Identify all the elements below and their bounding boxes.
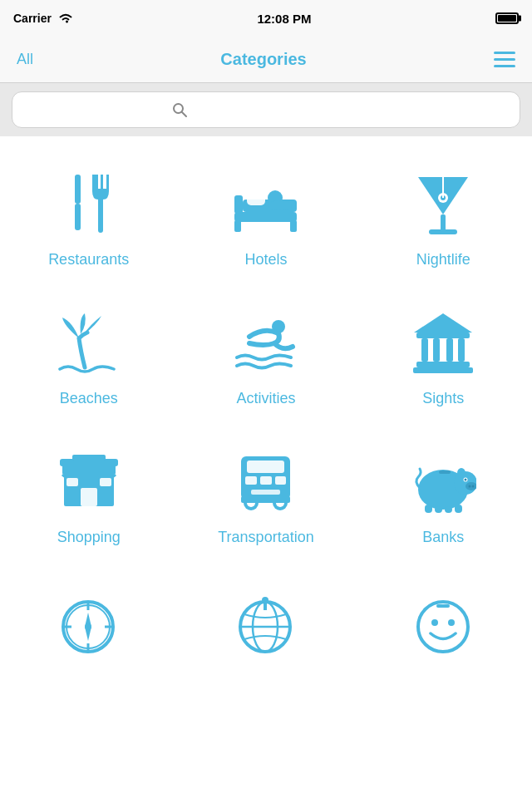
svg-point-51	[457, 468, 466, 478]
compass-icon	[57, 596, 120, 658]
svg-point-70	[418, 602, 468, 652]
svg-rect-23	[458, 338, 465, 362]
category-item-hotels[interactable]: Hotels	[177, 150, 354, 288]
battery-icon	[495, 12, 519, 24]
svg-rect-9	[247, 195, 265, 205]
svg-point-50	[465, 479, 467, 481]
svg-rect-53	[425, 505, 432, 513]
category-item-banks[interactable]: Banks	[355, 427, 532, 566]
category-label-hotels: Hotels	[244, 251, 287, 268]
status-time: 12:08 PM	[257, 12, 311, 26]
cocktail-icon	[406, 166, 480, 241]
nav-bar: All Categories	[0, 37, 532, 83]
svg-rect-34	[247, 461, 284, 473]
svg-rect-4	[234, 212, 297, 222]
category-item-transportation[interactable]: Transportation	[177, 427, 354, 566]
category-item-sights[interactable]: Sights	[355, 288, 532, 427]
wifi-icon	[58, 12, 73, 24]
swimming-icon	[229, 305, 303, 380]
svg-point-48	[472, 485, 475, 488]
svg-rect-19	[416, 332, 470, 338]
nav-menu-button[interactable]	[494, 52, 515, 67]
nav-title: Categories	[220, 50, 306, 69]
svg-line-1	[182, 112, 186, 116]
svg-point-47	[469, 485, 471, 488]
svg-rect-21	[433, 338, 440, 362]
svg-rect-13	[429, 229, 457, 234]
svg-rect-43	[241, 496, 290, 503]
svg-point-64	[85, 623, 91, 630]
svg-rect-56	[455, 505, 462, 513]
svg-point-68	[262, 597, 268, 603]
status-bar: Carrier 12:08 PM	[0, 0, 532, 37]
fork-knife-icon	[52, 166, 126, 241]
svg-rect-5	[234, 220, 241, 232]
svg-rect-36	[260, 476, 272, 485]
svg-rect-30	[100, 478, 111, 486]
search-input[interactable]	[195, 102, 361, 117]
category-item-restaurants[interactable]: Restaurants	[0, 150, 177, 288]
category-label-sights: Sights	[422, 390, 464, 407]
svg-rect-29	[66, 478, 78, 486]
svg-rect-69	[264, 603, 267, 610]
svg-rect-38	[251, 490, 280, 495]
bank-icon	[406, 305, 480, 380]
search-icon	[171, 101, 188, 118]
partial-item-compass[interactable]	[0, 588, 177, 667]
smile-icon	[412, 596, 475, 658]
svg-rect-6	[290, 220, 297, 232]
bed-icon	[229, 166, 303, 241]
svg-rect-52	[439, 470, 451, 474]
category-item-beaches[interactable]: Beaches	[0, 288, 177, 427]
menu-line-3	[494, 65, 515, 67]
svg-rect-20	[421, 338, 428, 362]
svg-rect-24	[416, 362, 470, 367]
shop-icon	[52, 444, 126, 519]
search-bar-wrapper	[0, 83, 532, 136]
menu-line-1	[494, 52, 515, 54]
partial-bottom-row	[0, 579, 532, 667]
svg-rect-7	[234, 195, 243, 214]
svg-rect-54	[435, 506, 442, 513]
category-label-transportation: Transportation	[218, 529, 313, 546]
category-item-nightlife[interactable]: Nightlife	[355, 150, 532, 288]
categories-grid: Restaurants Hotels	[0, 136, 532, 579]
svg-point-73	[448, 619, 455, 626]
beach-icon	[52, 305, 126, 380]
category-label-shopping: Shopping	[57, 529, 121, 546]
nav-all-button[interactable]: All	[17, 51, 33, 68]
search-bar[interactable]	[12, 91, 520, 128]
carrier-label: Carrier	[13, 12, 52, 25]
partial-item-smiley[interactable]	[355, 588, 532, 667]
svg-point-11	[268, 200, 292, 210]
svg-rect-3	[75, 204, 81, 230]
category-label-banks: Banks	[422, 529, 464, 546]
svg-rect-55	[445, 506, 452, 513]
svg-rect-35	[245, 476, 257, 485]
status-left: Carrier	[13, 12, 73, 25]
svg-rect-37	[275, 476, 286, 485]
svg-rect-22	[446, 338, 453, 362]
partial-item-globe[interactable]	[177, 588, 354, 667]
category-item-activities[interactable]: Activities	[177, 288, 354, 427]
svg-rect-25	[413, 367, 473, 373]
menu-line-2	[494, 58, 515, 61]
piggy-icon	[406, 444, 480, 519]
globe-icon	[234, 596, 297, 658]
svg-marker-18	[414, 313, 472, 332]
svg-rect-2	[75, 175, 81, 204]
category-item-shopping[interactable]: Shopping	[0, 427, 177, 566]
category-label-activities: Activities	[236, 390, 295, 407]
svg-rect-71	[436, 604, 450, 608]
category-label-restaurants: Restaurants	[48, 251, 129, 268]
svg-rect-32	[72, 455, 106, 461]
category-label-beaches: Beaches	[60, 390, 118, 407]
status-right	[495, 12, 519, 24]
svg-point-72	[431, 619, 438, 626]
svg-rect-28	[81, 488, 97, 506]
bus-icon	[229, 444, 303, 519]
svg-rect-12	[441, 214, 446, 231]
category-label-nightlife: Nightlife	[416, 251, 470, 268]
